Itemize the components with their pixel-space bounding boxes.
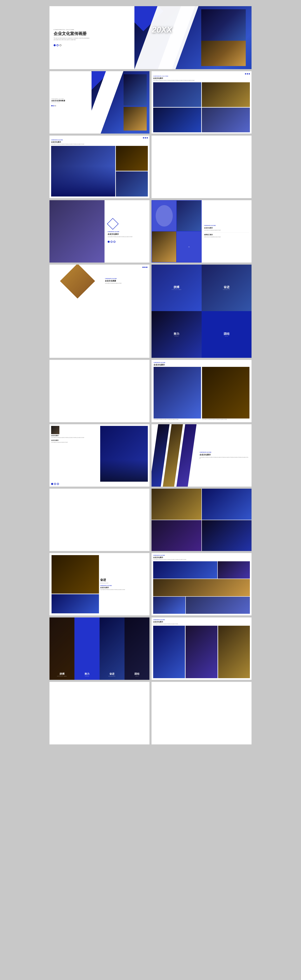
slide4b-s2: 优秀员工展示: [204, 234, 249, 236]
slide9b-desc: 企业文化展示文字说明企业文化展示文字说明企业文化展示文字说明企业文化展示文字说明: [153, 559, 250, 560]
photo-cell-2: [202, 82, 250, 107]
slide-coffee-photo: 拼搏 STRUGGLE HARD: [50, 360, 149, 422]
slide-diamond-building: CORPORATE CULTURE 企业文化画册 企业文化展示文字说明企业文化展…: [50, 265, 149, 358]
slide7a-dots: [51, 483, 148, 485]
vg-strive: 努力 STRIVE: [152, 311, 202, 358]
dot-a3: [55, 105, 56, 107]
w10a-endeavour: 奋进 ENDEAVOUR: [99, 617, 125, 680]
slide4a-text: CORPORATE CULTURE 企业文化展示 企业文化展示文字说明企业文化展…: [104, 200, 149, 262]
slide9b-row2: [153, 579, 250, 596]
slide4b-corp: CORPORATE CULTURE: [204, 225, 249, 226]
slide4a-subtitle: 企业文化展示: [107, 233, 146, 235]
slide5a-main: CORPORATE CULTURE 企业文化画册 企业文化展示文字说明企业文化展…: [51, 269, 147, 293]
w10a-unite: 团结 UNITE: [125, 617, 149, 680]
slide4a-dots: [107, 241, 146, 243]
dot7a-3: [57, 483, 59, 485]
slide10b-corp: CORPORATE CULTURE: [153, 619, 250, 620]
slide9b-subtitle: 企业文化展示: [153, 556, 250, 558]
dot4a-1: [107, 241, 110, 243]
slide6b-photo2: [202, 367, 250, 418]
slide6b-right: 企业文化展示文字说明企业文化展示文字说明企业文化展示文字说明: [202, 367, 250, 420]
hero-year: 20XX: [152, 25, 172, 34]
dot2b-3: [249, 73, 250, 75]
photo-gradient: [100, 460, 148, 482]
slide4b-s1: 企业文化展示: [204, 227, 249, 229]
dot4a-3: [114, 241, 115, 243]
photo-cell-1: [153, 82, 201, 107]
dot4a-2: [110, 241, 112, 243]
slide5a-desc: 企业文化展示文字说明企业文化展示文字说明: [105, 283, 147, 284]
vg-en-1: STRUGGLE HARD: [172, 289, 181, 290]
p9b-4: [186, 597, 250, 614]
slide2a-year: 20XX: [102, 90, 109, 94]
photo-overlay: [51, 166, 115, 196]
diamond-outline: [107, 218, 118, 230]
slide7b-corp: CORPORATE CULTURE: [200, 452, 248, 453]
slide2a-desc: 展示企业文化宣传内容，彰显企业精神: [51, 102, 90, 103]
slide-four-words-row: 拼搏 STRUGGLE HARD 努力 STRIVE 奋进 ENDEAVOUR …: [50, 617, 149, 680]
slide9a-cn: 奋进: [100, 578, 147, 582]
slide6b-text1: 企业文化展示文字说明企业文化展示文字说明企业文化展示文字说明: [154, 419, 201, 420]
slide7b-desc: 企业文化展示文字说明企业文化展示文字说明企业文化展示文字说明企业文化展示文字说明…: [200, 457, 248, 459]
slide2a-photo1: [123, 74, 147, 105]
slide-values-4grid: 拼搏 STRUGGLE HARD 奋进 ENDEAVOUR 努力 STRIVE …: [152, 265, 251, 358]
slide4b-text: CORPORATE CULTURE 企业文化展示 企业文化展示文字说明企业文化展…: [202, 200, 252, 262]
vg-struggle: 拼搏 STRUGGLE HARD: [152, 265, 202, 311]
slide9a-photo1: [51, 555, 99, 593]
slide7b-strips: [152, 424, 197, 487]
slide10b-subtitle: 企业文化展示: [153, 621, 250, 623]
slide-content-photos: CORPORATE CULTURE 企业文化展示 企业文化展示文字说明企业文化展…: [50, 135, 149, 198]
slide4a-desc: 企业文化展示文字说明企业文化展示文字说明企业文化展示文字说明: [107, 236, 146, 237]
w10a-cn1: 拼搏: [59, 672, 64, 676]
slide9b-row1: [153, 561, 250, 579]
hero-desc: The user can demonstrate on a projector …: [54, 37, 91, 41]
photo-s1: [116, 146, 148, 171]
slide3a-photo-small: [116, 146, 148, 196]
vg-endeavour: 奋进 ENDEAVOUR: [202, 265, 252, 311]
bridge-overlay: [50, 200, 104, 262]
slide9a-photos: [51, 555, 99, 613]
slide5a-diamond-area: [51, 269, 103, 293]
photo-area-tr: [201, 9, 246, 41]
slide-two-col-photos: 企业文化展示 企业文化展示文字说明企业文化展示文字说明企业文化展示文字说明企业文…: [50, 424, 149, 487]
dot7a-2: [54, 483, 56, 485]
slide5a-text: CORPORATE CULTURE 企业文化画册 企业文化展示文字说明企业文化展…: [105, 269, 147, 293]
city-photo-1: [201, 9, 246, 41]
slide2b-photo-grid: [153, 82, 250, 132]
hero-title-cn: 企业文化宣传画册: [54, 31, 130, 36]
slides-grid: CORPORATE CULTURE 企业文化宣传画册 The user can …: [50, 6, 251, 745]
p9b-2: [218, 561, 250, 579]
slide9b-rows: [153, 561, 250, 614]
slide5b-grid: 拼搏 STRUGGLE HARD 奋进 ENDEAVOUR 努力 STRIVE …: [152, 265, 251, 358]
slide8b-grid: [152, 488, 251, 551]
vg-en-2: ENDEAVOUR: [223, 289, 230, 290]
bc-circle: [156, 205, 173, 226]
slide4b-desc2: 优秀员工展示文字说明优秀员工展示文字说明: [204, 237, 249, 238]
slide10a-grid: 拼搏 STRUGGLE HARD 努力 STRIVE 奋进 ENDEAVOUR …: [50, 617, 149, 680]
slide6b-photo1: [154, 367, 201, 418]
dot2b-1: [245, 73, 246, 75]
slide3a-photo-main: [51, 146, 115, 196]
slide5a-diamond-photo: [60, 265, 95, 299]
city-photo-2: [201, 41, 246, 66]
vg-cn-4: 团结: [224, 332, 229, 336]
slide-photo-collage-blue: ★ CORPORATE CULTURE 企业文化展示 企业文化展示文字说明企业文…: [152, 200, 251, 262]
slide2b-subtitle: 企业文化展示: [153, 77, 250, 80]
w10a-cn3: 奋进: [109, 672, 114, 676]
w10a-en4: UNITE: [135, 676, 139, 677]
slide7b-subtitle: 企业文化展示: [200, 453, 248, 456]
slide2a-photo2: [123, 107, 147, 130]
w10a-ov2: [99, 617, 125, 680]
slide-thank-you: THANK YOU: [152, 682, 251, 744]
slide-bridge: CORPORATE CULTURE 企业文化展示 企业文化展示文字说明企业文化展…: [50, 200, 149, 262]
slide2b-desc: 企业文化展示文字说明企业文化展示文字说明企业文化展示文字说明企业文化展示文字说明…: [153, 80, 250, 81]
w10a-en2: STRIVE: [85, 676, 89, 677]
dot-3: [59, 44, 61, 46]
photo-area-br: [201, 41, 246, 66]
slide-endeavour: 奋进 ENDEAVOUR CORPORATE CULTURE 企业文化展示 企业…: [50, 553, 149, 616]
slide-corp-three-photos: CORPORATE CULTURE 企业文化展示 企业文化展示文字说明企业文化展…: [152, 617, 251, 680]
w10a-cn4: 团结: [134, 672, 139, 676]
slide7a-desc1: 企业文化展示文字说明企业文化展示文字说明企业文化展示文字说明企业文化展示文字说明: [51, 437, 99, 438]
slide-hero: CORPORATE CULTURE 企业文化宣传画册 The user can …: [50, 6, 251, 69]
bc-1: [152, 200, 176, 231]
